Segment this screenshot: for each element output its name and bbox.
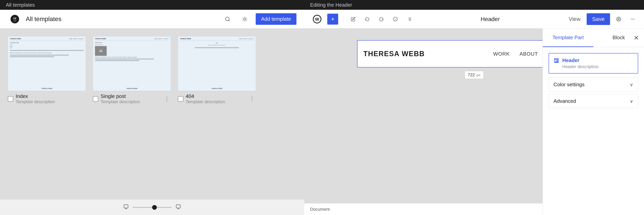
right-wp-logo[interactable]: W — [310, 12, 324, 26]
edit-tool-btn[interactable] — [348, 14, 359, 24]
card-404-checkbox-row: 404 Template description ⋮ — [178, 93, 256, 104]
right-panel: Editing the Header W — [304, 0, 644, 215]
color-settings-accordion[interactable]: Color settings ∨ — [549, 78, 638, 92]
card-404-checkbox[interactable] — [178, 96, 183, 102]
preview-single: THERESA WEBB HOMEABOUTCONTACT Hello Worl… — [93, 36, 171, 91]
zoom-out-icon — [123, 204, 129, 211]
svg-rect-16 — [558, 60, 558, 62]
right-topbar: Editing the Header — [304, 0, 644, 10]
card-404-desc: Template description — [186, 99, 246, 104]
color-settings-title: Color settings — [554, 82, 584, 88]
sidebar: Template Part Block ✕ Header Header desc… — [542, 28, 644, 215]
wp-logo[interactable]: W — [8, 12, 22, 26]
svg-rect-5 — [124, 205, 128, 208]
left-panel: All templates W All templates Add templa… — [0, 0, 304, 215]
add-template-button[interactable]: Add template — [256, 13, 296, 25]
template-card-single: THERESA WEBB HOMEABOUTCONTACT Hello Worl… — [93, 36, 171, 104]
template-card-404-preview[interactable]: THERESA WEBB HOMEABOUTCONTACT 404 This i… — [178, 36, 256, 91]
save-button[interactable]: Save — [587, 13, 610, 25]
zoom-bar — [0, 200, 304, 215]
svg-point-3 — [244, 18, 246, 20]
list-view-btn[interactable] — [404, 14, 415, 24]
right-toolbar-left: W — [310, 12, 415, 26]
card-index-info: Index Template description — [16, 93, 86, 104]
svg-rect-15 — [554, 60, 557, 62]
card-index-desc: Template description — [16, 99, 86, 104]
svg-point-13 — [634, 19, 634, 20]
svg-rect-6 — [176, 205, 180, 208]
view-button[interactable]: View — [566, 14, 584, 24]
color-settings-header[interactable]: Color settings ∨ — [549, 78, 638, 92]
zoom-slider-track — [132, 207, 172, 208]
settings-btn[interactable] — [613, 14, 624, 24]
template-card-single-preview[interactable]: THERESA WEBB HOMEABOUTCONTACT Hello Worl… — [93, 36, 171, 91]
template-card-index: THERESA WEBB HOMEABOUTCONTACT Template P… — [8, 36, 86, 104]
right-toolbar-right: View Save — [566, 13, 638, 25]
svg-point-11 — [631, 19, 632, 20]
sidebar-section-content: Header Header description. — [562, 57, 633, 69]
preview-404: THERESA WEBB HOMEABOUTCONTACT 404 This i… — [178, 36, 256, 91]
card-404-menu-btn[interactable]: ⋮ — [248, 95, 256, 103]
template-card-index-preview[interactable]: THERESA WEBB HOMEABOUTCONTACT Template P… — [8, 36, 86, 91]
left-toolbar: W All templates Add template — [0, 10, 304, 28]
add-block-btn[interactable] — [327, 14, 338, 24]
sidebar-section-title: Header — [562, 57, 633, 64]
svg-point-10 — [618, 18, 619, 20]
right-toolbar: W Header View Save — [304, 10, 644, 28]
advanced-title: Advanced — [554, 98, 576, 104]
card-single-name: Single post — [101, 93, 161, 99]
toolbar-separator — [343, 15, 343, 23]
advanced-header[interactable]: Advanced ∨ — [549, 94, 638, 108]
advanced-chevron: ∨ — [630, 98, 633, 104]
sidebar-close-btn[interactable]: ✕ — [630, 32, 642, 44]
template-cards-row: THERESA WEBB HOMEABOUTCONTACT Template P… — [8, 36, 296, 104]
details-btn[interactable] — [390, 14, 401, 24]
templates-grid: THERESA WEBB HOMEABOUTCONTACT Template P… — [0, 28, 304, 200]
preview-index: THERESA WEBB HOMEABOUTCONTACT Template P… — [8, 36, 86, 91]
header-nav-about: ABOUT — [520, 51, 538, 57]
header-site-name: THERESA WEBB — [363, 50, 493, 58]
undo-btn[interactable] — [362, 14, 373, 24]
sidebar-content: Header Header description. Color setting… — [543, 47, 644, 215]
sidebar-tabs: Template Part Block ✕ — [543, 28, 644, 47]
sidebar-section-desc: Header description. — [562, 64, 633, 69]
zoom-slider-thumb[interactable] — [152, 205, 157, 210]
tab-template-part[interactable]: Template Part — [543, 28, 594, 47]
right-topbar-title: Editing the Header — [310, 2, 352, 8]
header-section-icon — [554, 58, 559, 64]
sidebar-header-section: Header Header description. — [549, 53, 638, 74]
toggle-dark-btn[interactable] — [238, 13, 251, 25]
width-indicator: 722 px — [465, 71, 484, 79]
svg-rect-14 — [554, 58, 558, 60]
left-topbar: All templates — [0, 0, 304, 10]
right-toolbar-title: Header — [480, 16, 500, 22]
color-settings-chevron: ∨ — [630, 82, 633, 88]
advanced-accordion[interactable]: Advanced ∨ — [549, 94, 638, 108]
zoom-in-icon — [176, 204, 181, 211]
svg-rect-17 — [554, 62, 558, 62]
card-404-name: 404 — [186, 93, 246, 99]
width-unit: px — [476, 73, 480, 77]
svg-point-2 — [226, 17, 229, 21]
card-single-info: Single post Template description — [101, 93, 161, 104]
card-index-checkbox[interactable] — [8, 96, 13, 102]
redo-btn[interactable] — [376, 14, 387, 24]
template-card-404: THERESA WEBB HOMEABOUTCONTACT 404 This i… — [178, 36, 256, 104]
header-nav-work: WORK — [493, 51, 510, 57]
right-main: THERESA WEBB WORK ABOUT CONTACT 722 px — [304, 28, 644, 215]
left-toolbar-right: Add template — [221, 13, 296, 25]
card-index-name: Index — [16, 93, 86, 99]
svg-text:W: W — [13, 17, 17, 22]
left-topbar-title: All templates — [6, 2, 35, 8]
card-single-checkbox-row: Single post Template description ⋮ — [93, 93, 171, 104]
bottom-bar-label: Document — [310, 207, 330, 212]
card-404-info: 404 Template description — [186, 93, 246, 104]
svg-point-12 — [632, 19, 633, 20]
more-options-btn[interactable] — [627, 14, 638, 24]
svg-text:W: W — [315, 17, 319, 22]
card-single-checkbox[interactable] — [93, 96, 98, 102]
width-value: 722 — [468, 72, 475, 78]
card-single-menu-btn[interactable]: ⋮ — [163, 95, 171, 103]
card-single-desc: Template description — [101, 99, 161, 104]
search-icon-btn[interactable] — [221, 13, 234, 25]
